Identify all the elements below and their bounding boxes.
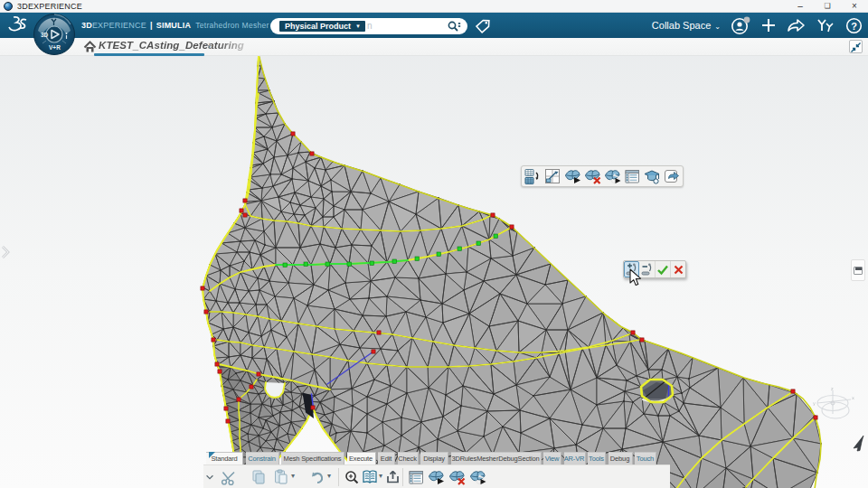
undo-button[interactable] <box>307 468 327 486</box>
actionbar-tab-label: Touch <box>637 455 654 463</box>
document-tab[interactable]: KTEST_CAsting_Defeaturing <box>99 40 244 51</box>
dassault-3ds-logo[interactable] <box>6 14 30 36</box>
home-icon[interactable] <box>83 41 97 53</box>
chevron-down-icon: ⌄ <box>714 23 721 31</box>
compass-west-3d[interactable]: 3D <box>41 32 49 38</box>
app-title: 3DEXPERIENCE | SIMULIA Tetrahedron Meshe… <box>81 13 269 38</box>
viewport-3d[interactable]: zxy <box>0 0 868 488</box>
mesh-update-icon <box>468 468 486 486</box>
mesh-update-button[interactable] <box>467 468 487 486</box>
document-tabbar: KTEST_CAsting_Defeaturing + <box>0 38 868 56</box>
search-scope-dropdown[interactable]: Physical Product ▼ <box>279 21 365 33</box>
paste-button[interactable] <box>271 468 291 486</box>
tags-icon[interactable] <box>474 17 492 35</box>
mesh-execute-button[interactable] <box>562 166 582 186</box>
chevron-down-icon <box>204 471 215 483</box>
add-icon[interactable] <box>760 17 777 33</box>
actionbar-tab[interactable]: Mesh Specifications <box>281 452 344 465</box>
catalog-browser-button[interactable] <box>360 468 380 486</box>
actionbar-tab[interactable]: View <box>543 452 561 465</box>
collapse-actionbar-button[interactable] <box>204 468 215 486</box>
mesh-transfer-button[interactable] <box>523 166 542 186</box>
actionbar-tab-label: Debug <box>610 455 629 463</box>
mesh-execute-button[interactable] <box>426 468 446 486</box>
remove-point-icon <box>640 262 654 277</box>
rotate-view-arrow-icon <box>851 434 867 452</box>
brand-experience: EXPERIENCE <box>92 21 146 30</box>
actionbar-tab[interactable]: 3DRulesMesherDebugSection <box>451 452 542 465</box>
mesh-specs-table-button[interactable] <box>622 166 642 186</box>
learning-assistant-button[interactable] <box>642 166 662 186</box>
mouse-cursor <box>628 268 642 287</box>
window-close-button[interactable]: × <box>841 0 868 13</box>
actionbar-tab[interactable]: Debug <box>609 452 633 465</box>
actionbar-tab[interactable]: Display <box>420 452 448 465</box>
collapse-arrows-icon <box>850 42 862 53</box>
restore-panel-button[interactable] <box>851 259 865 281</box>
dropdown-caret-icon[interactable]: ▾ <box>327 472 331 480</box>
brand-simulia: SIMULIA <box>156 21 191 30</box>
share-content-icon[interactable] <box>786 17 806 33</box>
share-button[interactable] <box>383 468 403 486</box>
svg-text:x: x <box>852 395 854 400</box>
panel-window-icon <box>854 267 863 275</box>
surface-mesh-button[interactable] <box>542 166 562 186</box>
catalog-browser-icon <box>361 468 379 486</box>
swym-community-icon[interactable] <box>815 17 836 33</box>
actionbar-tab[interactable]: Touch <box>635 452 656 465</box>
app-header: 3DEXPERIENCE | SIMULIA Tetrahedron Meshe… <box>0 13 868 38</box>
actionbar-tab[interactable]: Execute <box>347 452 376 465</box>
dropdown-caret-icon[interactable]: ▾ <box>379 472 382 480</box>
export-mesh-button[interactable] <box>662 166 682 186</box>
3dexperience-compass[interactable]: 3D V+R <box>33 14 75 55</box>
collab-space-dropdown[interactable]: Collab Space ⌄ <box>652 20 721 31</box>
mesh-specs-table-button[interactable] <box>406 468 426 486</box>
search-input[interactable]: n <box>367 21 373 31</box>
collab-space-label: Collab Space <box>652 20 711 31</box>
mesh-3d-view[interactable] <box>0 0 868 488</box>
expand-left-panel-icon[interactable] <box>0 244 11 260</box>
robot-manipulator-icon[interactable]: zxy <box>811 387 858 425</box>
copy-button[interactable] <box>249 468 269 486</box>
mesh-execute-icon <box>563 167 581 185</box>
cancel-button[interactable] <box>670 261 685 277</box>
undo-icon <box>308 468 326 486</box>
window-restore-button[interactable]: ❏ <box>814 0 841 13</box>
compass-south-vr[interactable]: V+R <box>49 44 61 51</box>
profile-icon[interactable] <box>730 15 751 35</box>
actionbar-tab-label: Execute <box>349 455 373 463</box>
actionbar-tab[interactable]: Check <box>398 452 419 465</box>
paste-icon <box>272 468 290 486</box>
actionbar-tab[interactable]: AR-VR <box>564 452 586 465</box>
actionbar-tab-label: Constrain <box>248 455 276 463</box>
window-minimize-button[interactable]: – <box>787 0 814 13</box>
zoom-in-button[interactable] <box>342 468 362 486</box>
search-bar[interactable]: Physical Product ▼ n <box>270 18 467 34</box>
actionbar-tab-label: Mesh Specifications <box>284 455 342 463</box>
search-scope-label: Physical Product <box>285 22 351 31</box>
actionbar-tab[interactable]: Standard <box>206 452 243 465</box>
toolbar-separator <box>338 468 339 486</box>
mesh-delete-button[interactable] <box>582 166 602 186</box>
mesh-delete-button[interactable] <box>447 468 467 486</box>
actionbar-tabs: StandardConstrainMesh SpecificationsExec… <box>206 452 670 465</box>
surface-mesh-icon <box>543 167 561 185</box>
ok-button[interactable] <box>655 261 670 277</box>
mesh-update-button[interactable] <box>602 166 622 186</box>
brand-3d: 3D <box>81 21 92 30</box>
help-icon[interactable]: ? <box>845 17 863 34</box>
cut-button[interactable] <box>219 468 239 486</box>
learning-assistant-icon <box>643 167 661 185</box>
dropdown-caret-icon[interactable]: ▾ <box>291 472 295 480</box>
search-icon[interactable] <box>447 20 462 33</box>
collapse-view-button[interactable] <box>849 40 863 53</box>
export-mesh-icon <box>663 167 681 185</box>
chevron-down-icon: ▼ <box>355 23 361 29</box>
mesh-specs-table-icon <box>623 167 641 185</box>
actionbar-tab[interactable]: Edit <box>378 452 395 465</box>
new-tab-button[interactable]: + <box>206 39 213 52</box>
actionbar-tab[interactable]: Tools <box>588 452 606 465</box>
actionbar-tab-label: 3DRulesMesherDebugSection <box>451 455 539 463</box>
actionbar-tab[interactable]: Constrain <box>246 452 279 465</box>
svg-text:z: z <box>831 387 834 391</box>
